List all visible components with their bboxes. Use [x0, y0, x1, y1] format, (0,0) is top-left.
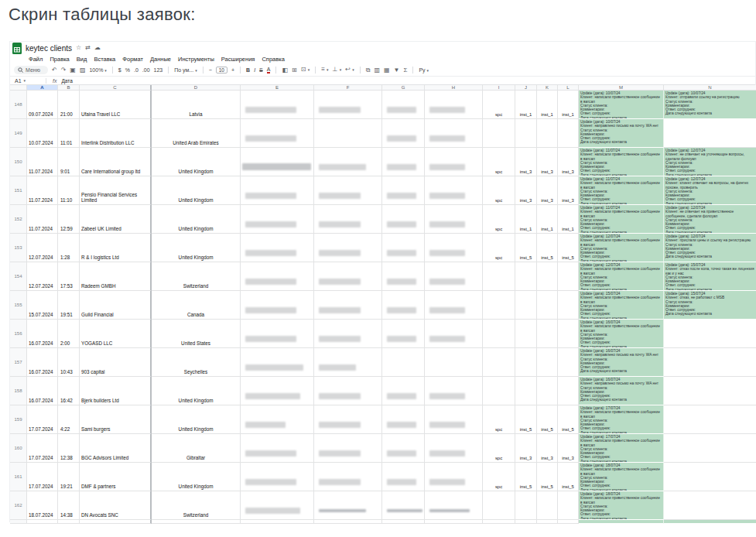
- row-header-152[interactable]: 152: [10, 205, 27, 234]
- cell-J153[interactable]: inst_5: [515, 234, 537, 262]
- menu-расширения[interactable]: Расширения: [221, 56, 255, 63]
- col-header-M[interactable]: M: [579, 85, 664, 91]
- cell-A160[interactable]: 17.07.2024: [27, 434, 58, 463]
- row-header-partial[interactable]: [10, 520, 27, 524]
- menu-формат[interactable]: Формат: [122, 56, 143, 63]
- cell-B154[interactable]: 17:53: [58, 262, 80, 291]
- cell-C148[interactable]: Ufaina Travel LLC: [80, 91, 152, 119]
- cell-L156[interactable]: [558, 320, 579, 348]
- insert-comment-icon[interactable]: ▥: [374, 67, 380, 74]
- cell-D162[interactable]: Switzerland: [152, 491, 241, 520]
- cell-F156[interactable]: [314, 320, 382, 348]
- cell-E152[interactable]: [241, 205, 314, 234]
- cell-J155[interactable]: [515, 291, 537, 320]
- decrease-decimals-button[interactable]: .0: [134, 67, 139, 73]
- cell-H155[interactable]: [425, 291, 483, 320]
- cell-B148[interactable]: 21:00: [58, 91, 80, 119]
- font-size-decrease-button[interactable]: −: [209, 67, 212, 73]
- cell-H157[interactable]: [425, 348, 483, 377]
- cell-K158[interactable]: [537, 377, 558, 405]
- cell-C156[interactable]: YOGASD LLC: [80, 320, 152, 348]
- cell-D156[interactable]: United States: [152, 320, 241, 348]
- cell-I154[interactable]: [483, 262, 515, 291]
- menu-правка[interactable]: Правка: [50, 56, 69, 63]
- row-header-153[interactable]: 153: [10, 234, 27, 262]
- cell-I152[interactable]: spc: [483, 205, 515, 234]
- cell-N161[interactable]: [664, 463, 756, 491]
- cell-D150[interactable]: United Kingdom: [152, 148, 241, 176]
- cell-I160[interactable]: spc: [483, 434, 515, 463]
- cell-A151[interactable]: 11.07.2024: [27, 176, 58, 205]
- cell-D160[interactable]: Gibraltar: [152, 434, 241, 463]
- increase-decimals-button[interactable]: .00: [142, 67, 150, 73]
- cell-C152[interactable]: Zabeel UK Limited: [80, 205, 152, 234]
- cell-H[interactable]: [425, 520, 483, 524]
- col-header-K[interactable]: K: [537, 85, 558, 91]
- strikethrough-button[interactable]: S: [259, 67, 263, 73]
- cell-D151[interactable]: United Kingdom: [152, 176, 241, 205]
- cell-K148[interactable]: inst_1: [537, 91, 558, 119]
- cell-D161[interactable]: United Kingdom: [152, 463, 241, 491]
- insert-link-icon[interactable]: ⧉: [366, 67, 371, 74]
- row-header-160[interactable]: 160: [10, 434, 27, 463]
- cell-K152[interactable]: inst_1: [537, 205, 558, 234]
- cell-G150[interactable]: [382, 148, 425, 176]
- cell-G148[interactable]: [382, 91, 425, 119]
- search-menus-button[interactable]: Меню: [14, 66, 48, 74]
- cell-D158[interactable]: United Kingdom: [152, 377, 241, 405]
- cell-G153[interactable]: [382, 234, 425, 262]
- cell-E158[interactable]: [241, 377, 314, 405]
- cell-K162[interactable]: [537, 491, 558, 520]
- col-header-F[interactable]: F: [314, 85, 382, 91]
- cell-G151[interactable]: [382, 176, 425, 205]
- cell-G154[interactable]: [382, 262, 425, 291]
- cell-E162[interactable]: [241, 491, 314, 520]
- cell-D149[interactable]: United Arab Emirates: [152, 119, 241, 148]
- cell-I156[interactable]: [483, 320, 515, 348]
- format-percent-button[interactable]: %: [125, 67, 130, 73]
- cell-G161[interactable]: [382, 463, 425, 491]
- cell-I162[interactable]: [483, 491, 515, 520]
- cell-C158[interactable]: Bjerk builders Ltd: [80, 377, 152, 405]
- cell-J159[interactable]: inst_5: [515, 405, 537, 434]
- cell-M148[interactable]: Update (дата): 10/07/24 Клиент: написали…: [579, 91, 664, 119]
- select-all-corner[interactable]: [10, 85, 27, 91]
- cell-E160[interactable]: [241, 434, 314, 463]
- cell-L151[interactable]: inst_3: [558, 176, 579, 205]
- cell-G158[interactable]: [382, 377, 425, 405]
- cell-C157[interactable]: 903 capital: [80, 348, 152, 377]
- cell-C[interactable]: [80, 520, 152, 524]
- cell-K150[interactable]: inst_3: [537, 148, 558, 176]
- cell-G159[interactable]: [382, 405, 425, 434]
- cell-M152[interactable]: Update (дата): 11/07/24 Клиент: написали…: [579, 205, 664, 234]
- row-header-159[interactable]: 159: [10, 405, 27, 434]
- more-formats-button[interactable]: 123: [154, 67, 163, 73]
- cell-B161[interactable]: 19:21: [58, 463, 80, 491]
- row-header-148[interactable]: 148: [10, 91, 27, 119]
- cell-K157[interactable]: [537, 348, 558, 377]
- cell-B149[interactable]: 11:01: [58, 119, 80, 148]
- cell-G156[interactable]: [382, 320, 425, 348]
- cell-M155[interactable]: Update (дата): 15/07/24 Клиент: написали…: [579, 291, 664, 320]
- cell-M154[interactable]: Update (дата): 12/07/24 Клиент: написали…: [579, 262, 664, 291]
- cell-H158[interactable]: [425, 377, 483, 405]
- cell-B155[interactable]: 19:51: [58, 291, 80, 320]
- menu-инструменты[interactable]: Инструменты: [178, 56, 214, 63]
- cell-M149[interactable]: Update (дата): 10/07/24 Клиент: направле…: [579, 119, 664, 148]
- cell-C160[interactable]: BGC Advisors Limited: [80, 434, 152, 463]
- vertical-align-icon[interactable]: ⊥ ▾: [333, 66, 342, 74]
- cell-I149[interactable]: [483, 119, 515, 148]
- cell-M150[interactable]: Update (дата): 11/07/24 Клиент: написали…: [579, 148, 664, 176]
- cell-G155[interactable]: [382, 291, 425, 320]
- cell-N149[interactable]: [664, 119, 756, 148]
- cell-H154[interactable]: [425, 262, 483, 291]
- fill-color-icon[interactable]: ◧: [282, 67, 288, 74]
- cell-K154[interactable]: [537, 262, 558, 291]
- cell-B158[interactable]: 16:42: [58, 377, 80, 405]
- cell-E153[interactable]: [241, 234, 314, 262]
- cell-I150[interactable]: spc: [483, 148, 515, 176]
- cell-A162[interactable]: 18.07.2024: [27, 491, 58, 520]
- cell-K[interactable]: [537, 520, 558, 524]
- cell-B150[interactable]: 9:01: [58, 148, 80, 176]
- cell-E150[interactable]: [241, 148, 314, 176]
